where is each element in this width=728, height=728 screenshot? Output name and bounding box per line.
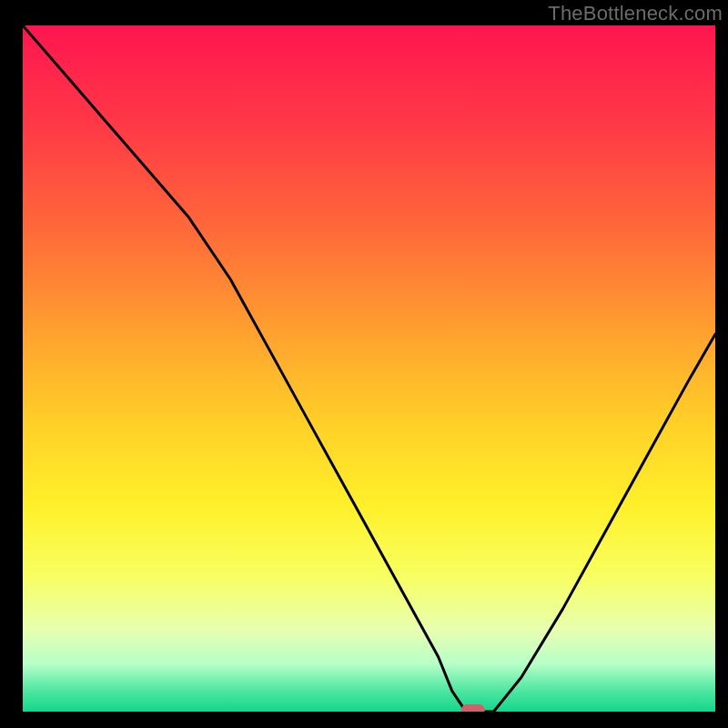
bottleneck-chart	[0, 0, 728, 728]
watermark-label: TheBottleneck.com	[548, 2, 723, 25]
chart-container: TheBottleneck.com	[0, 0, 728, 728]
plot-background	[23, 25, 715, 712]
marker-pill	[461, 704, 485, 716]
